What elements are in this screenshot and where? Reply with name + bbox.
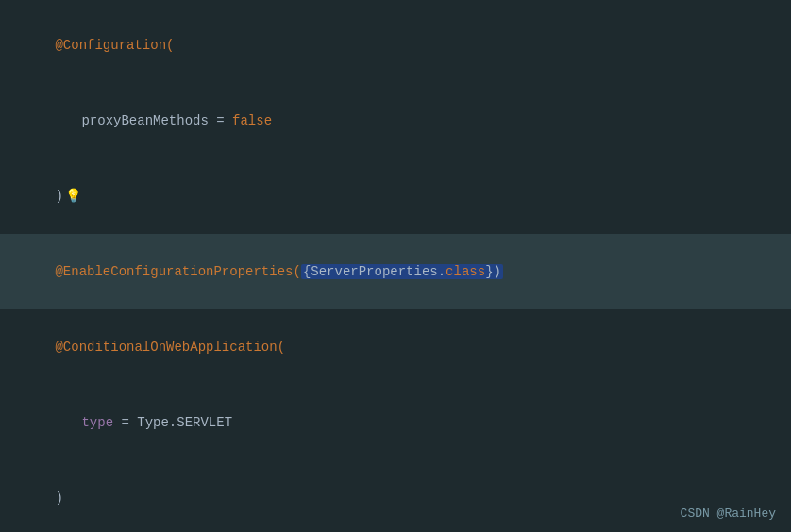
code-token: })	[485, 264, 501, 279]
lightbulb-icon: 💡	[65, 189, 81, 204]
code-editor: @Configuration( proxyBeanMethods = false…	[0, 0, 791, 532]
code-token: = Type.	[113, 415, 177, 430]
code-line: type = Type.SERVLET	[0, 385, 791, 460]
code-token: )	[55, 189, 62, 204]
code-token: false	[232, 113, 272, 128]
code-token: @EnableConfigurationProperties(	[55, 264, 300, 279]
code-line: proxyBeanMethods = false	[0, 83, 791, 158]
code-token: class	[446, 264, 485, 279]
code-line: @EnableConfigurationProperties({ServerPr…	[0, 234, 791, 309]
code-token: proxyBeanMethods	[81, 113, 208, 128]
code-token: =	[209, 113, 232, 128]
code-token: SERVLET	[177, 415, 232, 430]
code-token: @Configuration(	[55, 38, 174, 53]
code-token: {ServerProperties.	[303, 264, 446, 279]
code-line: @Configuration(	[0, 8, 791, 83]
code-token: @ConditionalOnWebApplication(	[55, 340, 285, 355]
code-token: )	[55, 490, 62, 506]
code-token: type	[81, 415, 113, 430]
code-line: @ConditionalOnWebApplication(	[0, 309, 791, 385]
code-selection: {ServerProperties.class})	[301, 264, 503, 279]
code-line: )	[0, 460, 791, 532]
code-line: )💡	[0, 158, 791, 234]
watermark-text: CSDN @RainHey	[681, 507, 776, 521]
